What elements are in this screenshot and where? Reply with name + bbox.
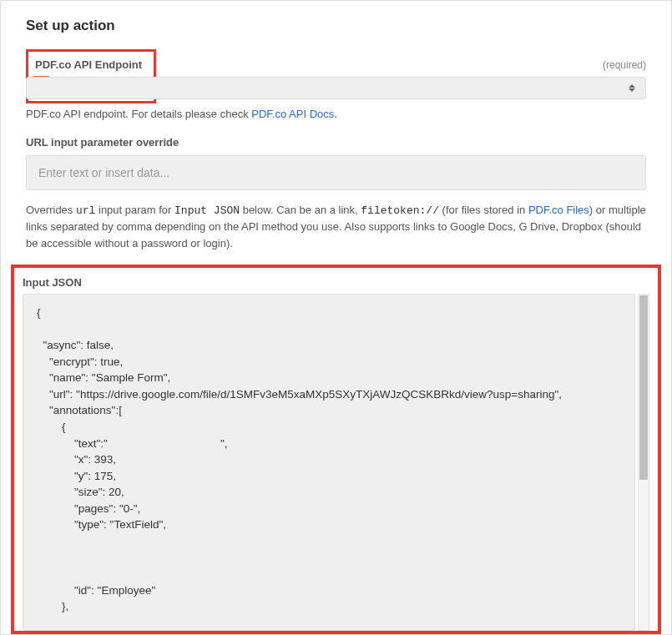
- input-json-label: Input JSON: [23, 276, 649, 289]
- url-override-help: Overrides url input param for Input JSON…: [26, 202, 646, 252]
- endpoint-help: PDF.co API endpoint. For details please …: [26, 106, 646, 123]
- endpoint-help-prefix: PDF.co API endpoint. For details please …: [26, 108, 251, 120]
- input-json-textarea[interactable]: { "async": false, "encrypt": true, "name…: [23, 294, 635, 631]
- endpoint-help-link[interactable]: PDF.co API Docs: [251, 108, 334, 120]
- json-highlight: Input JSON { "async": false, "encrypt": …: [11, 265, 661, 634]
- updown-icon: [629, 84, 635, 92]
- endpoint-select[interactable]: [26, 77, 646, 99]
- json-scrollbar[interactable]: [638, 294, 649, 631]
- pdfco-files-link[interactable]: PDF.co Files: [528, 204, 589, 216]
- section-title: Set up action: [26, 18, 646, 34]
- url-override-label: URL input parameter override: [26, 136, 646, 149]
- url-override-input[interactable]: [26, 155, 646, 190]
- endpoint-help-suffix: .: [334, 108, 337, 120]
- endpoint-label: PDF.co API Endpoint: [35, 58, 142, 71]
- required-label: (required): [603, 59, 646, 71]
